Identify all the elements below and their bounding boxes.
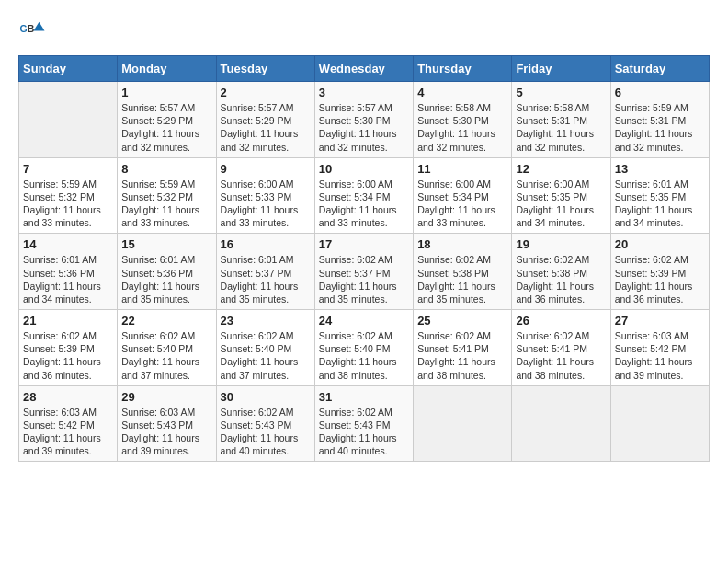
header-wednesday: Wednesday: [314, 56, 413, 82]
calendar-week-2: 7Sunrise: 5:59 AMSunset: 5:32 PMDaylight…: [19, 157, 710, 234]
calendar-cell: 13Sunrise: 6:01 AMSunset: 5:35 PMDayligh…: [610, 157, 709, 234]
day-info: Sunrise: 6:02 AMSunset: 5:38 PMDaylight:…: [516, 253, 606, 305]
day-info: Sunrise: 6:02 AMSunset: 5:39 PMDaylight:…: [23, 329, 113, 382]
calendar-header-row: SundayMondayTuesdayWednesdayThursdayFrid…: [19, 56, 710, 82]
day-info: Sunrise: 6:00 AMSunset: 5:34 PMDaylight:…: [417, 178, 507, 230]
day-info: Sunrise: 6:01 AMSunset: 5:35 PMDaylight:…: [615, 178, 705, 230]
day-info: Sunrise: 6:03 AMSunset: 5:43 PMDaylight:…: [121, 406, 211, 458]
header-saturday: Saturday: [610, 56, 709, 82]
day-number: 18: [417, 237, 507, 251]
day-number: 14: [23, 237, 113, 251]
day-number: 30: [221, 390, 311, 404]
calendar-cell: 26Sunrise: 6:02 AMSunset: 5:41 PMDayligh…: [512, 310, 610, 386]
calendar-cell: 4Sunrise: 5:58 AMSunset: 5:30 PMDaylight…: [414, 82, 512, 158]
calendar-cell: 31Sunrise: 6:02 AMSunset: 5:43 PMDayligh…: [314, 385, 413, 462]
calendar-cell: 16Sunrise: 6:01 AMSunset: 5:37 PMDayligh…: [216, 234, 314, 310]
calendar-cell: 1Sunrise: 5:57 AMSunset: 5:29 PMDaylight…: [118, 82, 216, 158]
day-number: 5: [516, 86, 606, 99]
day-info: Sunrise: 5:59 AMSunset: 5:31 PMDaylight:…: [615, 101, 705, 154]
day-number: 27: [615, 314, 705, 327]
header-friday: Friday: [512, 56, 610, 82]
day-info: Sunrise: 5:58 AMSunset: 5:31 PMDaylight:…: [516, 101, 606, 154]
day-number: 25: [417, 314, 507, 327]
calendar-cell: 18Sunrise: 6:02 AMSunset: 5:38 PMDayligh…: [414, 234, 512, 310]
logo: G B: [18, 18, 50, 46]
day-number: 8: [121, 162, 211, 176]
svg-text:G: G: [20, 23, 28, 34]
calendar-cell: 12Sunrise: 6:00 AMSunset: 5:35 PMDayligh…: [512, 157, 610, 234]
calendar-cell: 10Sunrise: 6:00 AMSunset: 5:34 PMDayligh…: [314, 157, 413, 234]
day-number: 9: [221, 162, 311, 176]
day-number: 26: [516, 314, 606, 327]
header-monday: Monday: [118, 56, 216, 82]
day-info: Sunrise: 5:58 AMSunset: 5:30 PMDaylight:…: [417, 101, 507, 154]
day-info: Sunrise: 5:57 AMSunset: 5:29 PMDaylight:…: [221, 101, 311, 154]
day-number: 17: [319, 237, 409, 251]
logo-icon: G B: [18, 18, 46, 46]
svg-marker-2: [34, 22, 45, 31]
day-info: Sunrise: 6:02 AMSunset: 5:38 PMDaylight:…: [417, 253, 507, 305]
day-info: Sunrise: 6:02 AMSunset: 5:40 PMDaylight:…: [319, 329, 409, 382]
calendar-week-5: 28Sunrise: 6:03 AMSunset: 5:42 PMDayligh…: [19, 385, 710, 462]
day-info: Sunrise: 6:01 AMSunset: 5:36 PMDaylight:…: [23, 253, 113, 305]
day-info: Sunrise: 5:57 AMSunset: 5:29 PMDaylight:…: [121, 101, 211, 154]
day-info: Sunrise: 6:00 AMSunset: 5:35 PMDaylight:…: [516, 178, 606, 230]
day-info: Sunrise: 6:00 AMSunset: 5:34 PMDaylight:…: [319, 178, 409, 230]
calendar-cell: 8Sunrise: 5:59 AMSunset: 5:32 PMDaylight…: [118, 157, 216, 234]
day-number: 15: [121, 237, 211, 251]
calendar-cell: [19, 82, 118, 158]
calendar-week-3: 14Sunrise: 6:01 AMSunset: 5:36 PMDayligh…: [19, 234, 710, 310]
day-info: Sunrise: 6:02 AMSunset: 5:43 PMDaylight:…: [319, 406, 409, 458]
day-info: Sunrise: 5:59 AMSunset: 5:32 PMDaylight:…: [121, 178, 211, 230]
day-number: 20: [615, 237, 705, 251]
day-info: Sunrise: 5:59 AMSunset: 5:32 PMDaylight:…: [23, 178, 113, 230]
calendar-cell: 7Sunrise: 5:59 AMSunset: 5:32 PMDaylight…: [19, 157, 118, 234]
calendar-cell: 25Sunrise: 6:02 AMSunset: 5:41 PMDayligh…: [414, 310, 512, 386]
calendar-cell: 30Sunrise: 6:02 AMSunset: 5:43 PMDayligh…: [216, 385, 314, 462]
calendar-cell: [610, 385, 709, 462]
day-info: Sunrise: 6:02 AMSunset: 5:41 PMDaylight:…: [417, 329, 507, 382]
calendar-cell: 29Sunrise: 6:03 AMSunset: 5:43 PMDayligh…: [118, 385, 216, 462]
calendar-cell: [414, 385, 512, 462]
day-number: 11: [417, 162, 507, 176]
day-number: 10: [319, 162, 409, 176]
calendar-cell: 28Sunrise: 6:03 AMSunset: 5:42 PMDayligh…: [19, 385, 118, 462]
day-info: Sunrise: 6:03 AMSunset: 5:42 PMDaylight:…: [23, 406, 113, 458]
calendar-cell: 20Sunrise: 6:02 AMSunset: 5:39 PMDayligh…: [610, 234, 709, 310]
day-number: 6: [615, 86, 705, 99]
day-number: 1: [121, 86, 211, 99]
day-number: 3: [319, 86, 409, 99]
day-info: Sunrise: 6:02 AMSunset: 5:41 PMDaylight:…: [516, 329, 606, 382]
calendar-table: SundayMondayTuesdayWednesdayThursdayFrid…: [18, 55, 710, 462]
calendar-cell: 19Sunrise: 6:02 AMSunset: 5:38 PMDayligh…: [512, 234, 610, 310]
day-number: 31: [319, 390, 409, 404]
day-info: Sunrise: 6:02 AMSunset: 5:39 PMDaylight:…: [615, 253, 705, 305]
day-info: Sunrise: 6:02 AMSunset: 5:43 PMDaylight:…: [221, 406, 311, 458]
calendar-cell: 6Sunrise: 5:59 AMSunset: 5:31 PMDaylight…: [610, 82, 709, 158]
calendar-cell: 3Sunrise: 5:57 AMSunset: 5:30 PMDaylight…: [314, 82, 413, 158]
calendar-week-4: 21Sunrise: 6:02 AMSunset: 5:39 PMDayligh…: [19, 310, 710, 386]
day-number: 23: [221, 314, 311, 327]
svg-text:B: B: [28, 23, 35, 34]
calendar-cell: 22Sunrise: 6:02 AMSunset: 5:40 PMDayligh…: [118, 310, 216, 386]
day-info: Sunrise: 6:02 AMSunset: 5:40 PMDaylight:…: [121, 329, 211, 382]
header-thursday: Thursday: [414, 56, 512, 82]
header-tuesday: Tuesday: [216, 56, 314, 82]
day-number: 28: [23, 390, 113, 404]
day-info: Sunrise: 6:02 AMSunset: 5:40 PMDaylight:…: [221, 329, 311, 382]
day-number: 24: [319, 314, 409, 327]
calendar-cell: 21Sunrise: 6:02 AMSunset: 5:39 PMDayligh…: [19, 310, 118, 386]
day-info: Sunrise: 5:57 AMSunset: 5:30 PMDaylight:…: [319, 101, 409, 154]
day-info: Sunrise: 6:01 AMSunset: 5:36 PMDaylight:…: [121, 253, 211, 305]
calendar-cell: 5Sunrise: 5:58 AMSunset: 5:31 PMDaylight…: [512, 82, 610, 158]
day-info: Sunrise: 6:00 AMSunset: 5:33 PMDaylight:…: [221, 178, 311, 230]
calendar-cell: 9Sunrise: 6:00 AMSunset: 5:33 PMDaylight…: [216, 157, 314, 234]
calendar-cell: 14Sunrise: 6:01 AMSunset: 5:36 PMDayligh…: [19, 234, 118, 310]
day-number: 12: [516, 162, 606, 176]
day-info: Sunrise: 6:01 AMSunset: 5:37 PMDaylight:…: [221, 253, 311, 305]
calendar-cell: 17Sunrise: 6:02 AMSunset: 5:37 PMDayligh…: [314, 234, 413, 310]
day-number: 21: [23, 314, 113, 327]
calendar-cell: 24Sunrise: 6:02 AMSunset: 5:40 PMDayligh…: [314, 310, 413, 386]
calendar-week-1: 1Sunrise: 5:57 AMSunset: 5:29 PMDaylight…: [19, 82, 710, 158]
header-sunday: Sunday: [19, 56, 118, 82]
